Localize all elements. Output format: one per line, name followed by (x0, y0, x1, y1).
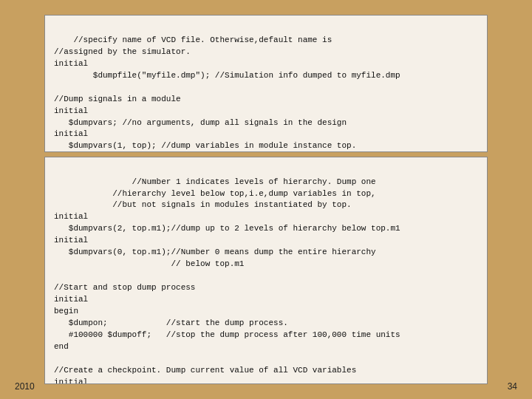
footer-left: 2010 (15, 381, 35, 392)
code-box-top: //specify name of VCD file. Otherwise,de… (44, 15, 488, 152)
footer-right: 34 (508, 381, 517, 392)
code-text-bottom: //Number 1 indicates levels of hierarchy… (54, 177, 400, 384)
code-box-bottom: //Number 1 indicates levels of hierarchy… (44, 157, 488, 384)
slide: //specify name of VCD file. Otherwise,de… (0, 0, 532, 399)
code-text-top: //specify name of VCD file. Otherwise,de… (54, 35, 400, 150)
